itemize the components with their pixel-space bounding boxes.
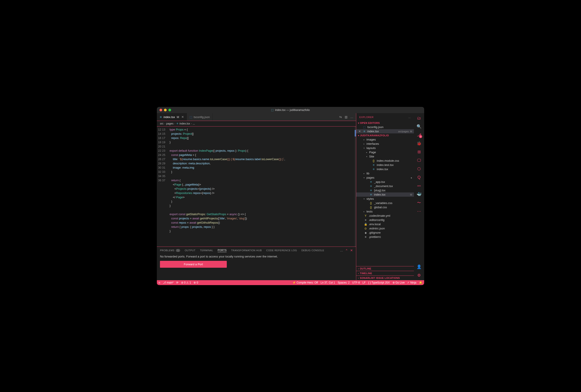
status-errors[interactable]: ⊘ 0 ⚠ 1	[181, 281, 191, 284]
titlebar[interactable]: ⬚ index.tsx — juditkaramazfolio	[157, 107, 424, 113]
remote-explorer-icon[interactable]: 🖵	[416, 158, 422, 163]
folder-item[interactable]: ▾layouts	[356, 146, 414, 150]
code-content[interactable]: type Props = { projects: Project[] repos…	[168, 126, 356, 246]
minimap-viewport[interactable]	[355, 130, 356, 136]
file-item[interactable]: ◈.gitignore	[356, 230, 414, 235]
status-encoding[interactable]: UTF-8	[352, 281, 360, 284]
panel-tab-transformation-hub[interactable]: TRANSFORMATION HUB	[231, 249, 262, 252]
folder-item[interactable]: ▾pages●	[356, 176, 414, 180]
panel-tab-ports[interactable]: PORTS	[218, 249, 226, 252]
split-editor-icon[interactable]: ▥	[345, 115, 348, 119]
more-actions-icon[interactable]: …	[350, 115, 353, 119]
breadcrumb-item[interactable]: index.tsx	[180, 122, 190, 125]
wave-icon[interactable]: 〜	[416, 200, 422, 205]
panel-close-icon[interactable]: ✕	[350, 248, 353, 252]
panel-tab-code-reference-log[interactable]: CODE REFERENCE LOG	[266, 249, 297, 252]
search-icon[interactable]: 🔍	[416, 124, 422, 129]
panel-tab-terminal[interactable]: TERMINAL	[200, 249, 213, 252]
collapsed-section-sonarlint-issue-locations[interactable]: ›SONARLINT ISSUE LOCATIONS	[356, 276, 414, 280]
file-item[interactable]: ⚛_document.tsx	[356, 184, 414, 188]
file-item[interactable]: ≡.editorconfig	[356, 218, 414, 222]
file-name: .codeclimate.yml	[369, 214, 412, 218]
status-sync[interactable]: ⟳	[176, 281, 178, 284]
glyph: ⋯	[417, 209, 421, 214]
minimize-window-button[interactable]	[164, 109, 167, 111]
chevron-icon: ▸	[363, 138, 365, 141]
file-item[interactable]: ⚛index.test.tsx	[356, 163, 414, 167]
folder-item[interactable]: ▸lib	[356, 171, 414, 176]
aws-icon[interactable]: aws	[416, 183, 422, 188]
file-item[interactable]: 🔒.env.local	[356, 222, 414, 226]
panel-tab-output[interactable]: OUTPUT	[185, 249, 195, 252]
status-branch[interactable]: ⎇ main*	[163, 281, 174, 284]
folder-item[interactable]: ▾styles	[356, 197, 414, 201]
folder-item[interactable]: ▾Site	[356, 154, 414, 158]
explorer-icon[interactable]: 🗂	[416, 115, 422, 121]
file-item[interactable]: ⊙.eslintrc.json	[356, 226, 414, 230]
breadcrumb-item[interactable]: ...	[193, 122, 195, 125]
status-compile[interactable]: ⚡ Compile Hero: Off	[292, 281, 318, 284]
folder-item[interactable]: ▸images	[356, 138, 414, 142]
file-name: index.tsx	[374, 193, 409, 196]
open-editor-item[interactable]: ✕⚛index.tsxsrc/pagesM	[356, 129, 414, 134]
close-editor-icon[interactable]: ✕	[358, 130, 361, 133]
status-radio[interactable]: ⊚ 0	[194, 281, 198, 284]
close-window-button[interactable]	[160, 109, 162, 111]
folder-item[interactable]: ▸tests	[356, 209, 414, 214]
file-item[interactable]: ≡.prettierrc	[356, 235, 414, 239]
status-golive[interactable]: ⊚ Go Live	[392, 281, 405, 284]
status-ninja[interactable]: ✓ Ninja	[407, 281, 416, 284]
project-section[interactable]: ▾ JUDITKARAMAZFOLIO	[356, 134, 414, 138]
collapsed-section-timeline[interactable]: ›TIMELINE	[356, 271, 414, 276]
breadcrumb-item[interactable]: pages	[166, 122, 174, 125]
css-icon: {}	[369, 206, 373, 209]
folder-item[interactable]: ▸Page	[356, 150, 414, 154]
forward-port-button[interactable]: Forward a Port	[160, 261, 227, 268]
source-control-icon[interactable]: ⎇1	[416, 132, 422, 138]
code-editor[interactable]: 12 13 14 15 16 17 18 19 20 21 22 23 24 2…	[157, 126, 356, 246]
docker-icon[interactable]: 🐳	[416, 192, 422, 197]
status-bell[interactable]: 🔔	[419, 281, 422, 284]
file-item[interactable]: {}global.css	[356, 205, 414, 209]
file-item[interactable]: ⚛_app.tsx	[356, 180, 414, 184]
ts-icon: ⬚	[190, 115, 192, 119]
diff-icon[interactable]: ⇆	[339, 115, 342, 119]
status-remote[interactable]: ⎋	[158, 281, 160, 284]
explorer-more-icon[interactable]: …	[408, 116, 411, 118]
ports-panel-body: No forwarded ports. Forward a port to ac…	[157, 254, 356, 280]
panel-more-icon[interactable]: …	[340, 248, 343, 252]
editor-tab[interactable]: ⚛index.tsxM✕	[157, 113, 187, 121]
close-tab-icon[interactable]: ✕	[181, 115, 184, 119]
chevron-right-icon: ›	[358, 277, 359, 279]
maximize-window-button[interactable]	[168, 109, 171, 111]
file-item[interactable]: ⚛index.tsx	[356, 167, 414, 171]
file-item[interactable]: ⚛[slug].tsx	[356, 188, 414, 192]
status-position[interactable]: Ln 37, Col 1	[320, 281, 335, 284]
file-item[interactable]: {}index.module.css	[356, 158, 414, 163]
q-icon[interactable]: Q	[416, 174, 422, 180]
panel-maximize-icon[interactable]: ^	[346, 248, 347, 252]
extensions-icon[interactable]: ⊞	[416, 149, 422, 154]
collapsed-section-outline[interactable]: ›OUTLINE	[356, 266, 414, 271]
file-item[interactable]: {}_variables.css	[356, 201, 414, 205]
panel-tab-debug-console[interactable]: DEBUG CONSOLE	[302, 249, 324, 252]
editor-tab[interactable]: ⬚tsconfig.json	[187, 113, 212, 121]
minimap[interactable]	[355, 126, 356, 246]
open-editor-item[interactable]: ⬚tsconfig.json	[356, 125, 414, 129]
file-item[interactable]: Y.codeclimate.yml	[356, 214, 414, 218]
status-eol[interactable]: LF	[362, 281, 366, 284]
css-icon: {}	[369, 202, 373, 205]
breadcrumb[interactable]: src›pages›⚛ index.tsx›...	[157, 121, 356, 126]
account-icon[interactable]: 👤	[416, 264, 422, 270]
status-lang[interactable]: { } TypeScript JSX	[368, 281, 390, 284]
hexagon-icon[interactable]: ⬡	[416, 166, 422, 172]
open-editors-section[interactable]: ▾ OPEN EDITORS	[356, 121, 414, 125]
panel-tab-problems[interactable]: PROBLEMS1	[160, 249, 180, 252]
settings-icon[interactable]: ⚙	[416, 272, 422, 278]
debug-icon[interactable]: 🐞	[416, 141, 422, 146]
status-spaces[interactable]: Spaces: 2	[338, 281, 350, 284]
breadcrumb-item[interactable]: src	[160, 122, 164, 125]
ellipsis-icon[interactable]: ⋯	[416, 208, 422, 214]
folder-item[interactable]: ▸interfaces	[356, 142, 414, 146]
file-item[interactable]: ⚛index.tsxM	[356, 192, 414, 197]
